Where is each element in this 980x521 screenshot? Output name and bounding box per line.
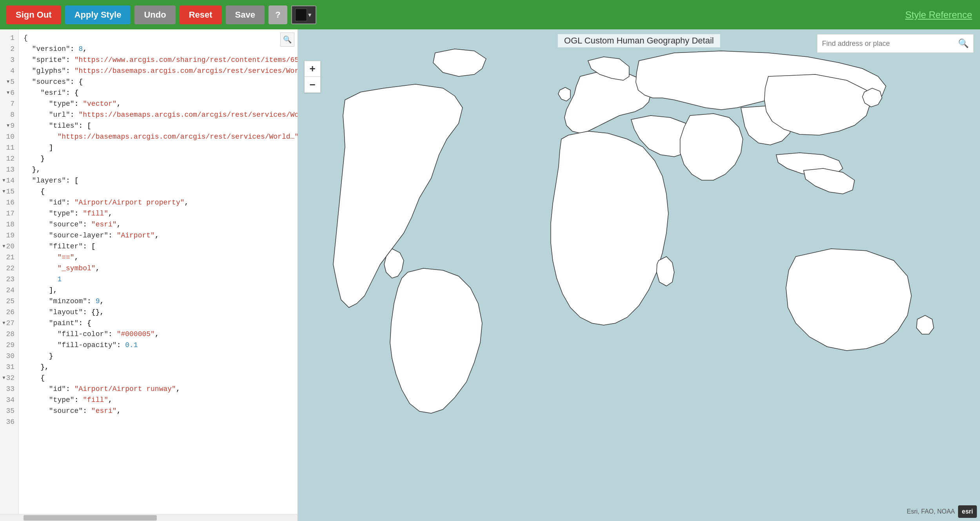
line-2: 2 [0, 43, 18, 54]
line-4: 4 [0, 65, 18, 76]
line-10: 10 [0, 131, 18, 142]
line-5: ▼5 [0, 76, 18, 87]
toolbar: Sign Out Apply Style Undo Reset Save ? ▼… [0, 0, 980, 29]
map-search-input[interactable] [817, 40, 953, 48]
line-21: 21 [0, 252, 18, 263]
line-35: 35 [0, 405, 18, 416]
color-dropdown-arrow-icon: ▼ [307, 12, 312, 18]
line-7: 7 [0, 98, 18, 109]
line-32: ▼32 [0, 373, 18, 384]
line-numbers: 1 2 3 4 ▼5 ▼6 7 8 ▼9 10 11 12 13 ▼14 ▼15… [0, 29, 19, 514]
map-attribution: Esri, FAO, NOAA esri [907, 505, 977, 518]
editor-horizontal-scrollbar[interactable] [0, 514, 298, 521]
line-13: 13 [0, 164, 18, 175]
scrollbar-thumb[interactable] [24, 515, 157, 521]
line-28: 28 [0, 329, 18, 340]
world-map-svg [298, 29, 980, 521]
line-14: ▼14 [0, 175, 18, 186]
line-24: 24 [0, 285, 18, 296]
help-button[interactable]: ? [269, 5, 287, 24]
color-picker-button[interactable]: ▼ [291, 5, 316, 24]
line-11: 11 [0, 142, 18, 153]
map-panel[interactable]: OGL Custom Human Geography Detail 🔍 + − … [298, 29, 980, 521]
zoom-out-button[interactable]: − [305, 77, 320, 92]
line-29: 29 [0, 340, 18, 351]
editor-content: 1 2 3 4 ▼5 ▼6 7 8 ▼9 10 11 12 13 ▼14 ▼15… [0, 29, 298, 514]
map-search-button[interactable]: 🔍 [953, 38, 973, 49]
code-editor-area[interactable]: { "version": 8, "sprite": "https://www.a… [19, 29, 298, 514]
esri-logo: esri [958, 505, 977, 518]
line-31: 31 [0, 362, 18, 373]
attribution-text: Esri, FAO, NOAA [907, 508, 955, 515]
line-6: ▼6 [0, 87, 18, 98]
line-22: 22 [0, 263, 18, 274]
line-34: 34 [0, 394, 18, 405]
line-23: 23 [0, 274, 18, 285]
zoom-in-button[interactable]: + [305, 61, 320, 77]
undo-button[interactable]: Undo [134, 5, 175, 24]
map-search-container: 🔍 [817, 34, 974, 53]
line-36: 36 [0, 416, 18, 427]
line-15: ▼15 [0, 186, 18, 197]
editor-search-button[interactable]: 🔍 [280, 33, 294, 47]
line-26: 26 [0, 307, 18, 318]
line-1: 1 [0, 33, 18, 43]
zoom-controls: + − [304, 61, 321, 93]
line-16: 16 [0, 197, 18, 208]
line-27: ▼27 [0, 318, 18, 329]
line-25: 25 [0, 296, 18, 307]
map-title: OGL Custom Human Geography Detail [558, 34, 720, 47]
save-button[interactable]: Save [226, 5, 265, 24]
apply-style-button[interactable]: Apply Style [65, 5, 131, 24]
style-reference-link[interactable]: Style Reference [905, 9, 972, 20]
color-swatch [295, 9, 307, 21]
line-33: 33 [0, 384, 18, 394]
line-9: ▼9 [0, 120, 18, 131]
editor-panel: 🔍 1 2 3 4 ▼5 ▼6 7 8 ▼9 10 11 12 13 ▼14 ▼… [0, 29, 298, 521]
line-8: 8 [0, 109, 18, 120]
line-17: 17 [0, 208, 18, 219]
line-19: 19 [0, 230, 18, 241]
reset-button[interactable]: Reset [180, 5, 222, 24]
main-content: 🔍 1 2 3 4 ▼5 ▼6 7 8 ▼9 10 11 12 13 ▼14 ▼… [0, 29, 980, 521]
line-12: 12 [0, 153, 18, 164]
line-30: 30 [0, 351, 18, 362]
line-3: 3 [0, 54, 18, 65]
line-20: ▼20 [0, 241, 18, 252]
line-18: 18 [0, 219, 18, 230]
signout-button[interactable]: Sign Out [6, 5, 61, 24]
